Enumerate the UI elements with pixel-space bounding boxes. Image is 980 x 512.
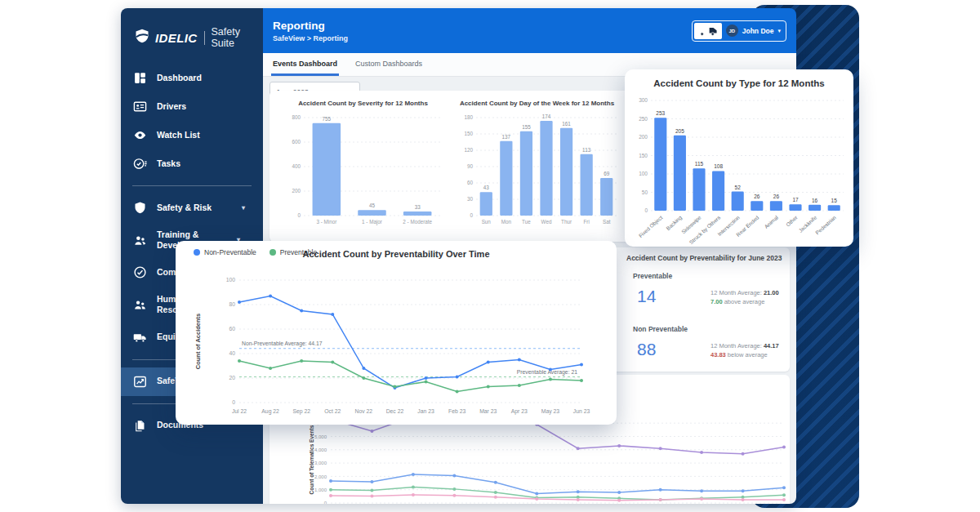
- shield-icon: [133, 201, 147, 215]
- svg-text:May 23: May 23: [541, 408, 560, 415]
- svg-text:43: 43: [483, 185, 490, 190]
- svg-text:Fri: Fri: [583, 219, 589, 225]
- sidebar-divider: [132, 185, 252, 186]
- sidebar-item-label: Dashboard: [157, 73, 232, 83]
- id-card-icon: [133, 100, 147, 114]
- sidebar-item-dashboard[interactable]: Dashboard: [121, 64, 263, 92]
- svg-text:253: 253: [656, 110, 665, 116]
- svg-text:52: 52: [735, 185, 742, 190]
- svg-text:0: 0: [232, 399, 235, 405]
- svg-text:40: 40: [229, 350, 235, 356]
- svg-text:69: 69: [604, 171, 610, 176]
- svg-text:4,000: 4,000: [314, 447, 327, 452]
- svg-text:1,000: 1,000: [314, 488, 327, 492]
- svg-text:0: 0: [297, 212, 301, 218]
- stat-label-non-preventable: Non Preventable: [633, 325, 688, 333]
- svg-text:30: 30: [467, 196, 474, 202]
- svg-text:Accident Count by Severity for: Accident Count by Severity for 12 Months: [298, 100, 428, 107]
- svg-text:108: 108: [714, 163, 723, 169]
- idelic-shield-logo-icon: [134, 28, 150, 47]
- svg-text:60: 60: [229, 326, 235, 332]
- svg-text:Count of Accidents: Count of Accidents: [194, 314, 202, 369]
- tab-custom-dashboards[interactable]: Custom Dashboards: [354, 53, 424, 76]
- tasks-icon: [133, 157, 147, 171]
- svg-text:250: 250: [639, 116, 648, 122]
- svg-text:15: 15: [831, 198, 838, 203]
- dashboard-icon: [133, 71, 147, 85]
- svg-text:Jul 22: Jul 22: [232, 408, 247, 414]
- svg-text:Pedestrian: Pedestrian: [814, 214, 837, 235]
- svg-text:174: 174: [542, 114, 551, 119]
- page-title: Reporting: [273, 20, 348, 32]
- svg-text:300: 300: [639, 97, 648, 103]
- svg-text:Mar 23: Mar 23: [479, 408, 497, 414]
- svg-text:Other: Other: [785, 214, 799, 228]
- svg-text:200: 200: [639, 134, 648, 140]
- svg-text:800: 800: [292, 114, 301, 120]
- summary-title: Accident Count by Preventability for Jun…: [626, 254, 782, 262]
- user-name: John Doe: [742, 27, 774, 35]
- svg-text:50: 50: [642, 189, 648, 195]
- sidebar-item-tasks[interactable]: Tasks: [121, 149, 263, 178]
- svg-text:Tue: Tue: [522, 219, 531, 225]
- eye-icon: [133, 128, 147, 142]
- svg-text:115: 115: [695, 161, 704, 167]
- svg-text:33: 33: [415, 204, 421, 210]
- svg-text:Aug 22: Aug 22: [261, 408, 279, 415]
- svg-text:0: 0: [324, 501, 327, 504]
- sidebar-item-label: Watch List: [157, 130, 232, 140]
- svg-text:80: 80: [229, 301, 235, 307]
- svg-text:1 - Major: 1 - Major: [362, 219, 382, 225]
- stat-label-preventable: Preventable: [633, 272, 672, 280]
- svg-text:Animal: Animal: [764, 214, 780, 229]
- svg-text:161: 161: [562, 121, 571, 127]
- compliance-icon: [133, 265, 147, 279]
- sidebar-item-watch-list[interactable]: Watch List: [121, 121, 263, 149]
- svg-text:45: 45: [369, 203, 376, 208]
- sidebar-item-safety-risk[interactable]: Safety & Risk▾: [121, 194, 263, 222]
- svg-text:16: 16: [812, 198, 818, 203]
- svg-text:Jun 23: Jun 23: [573, 408, 590, 414]
- breadcrumb: SafeView > Reporting: [273, 34, 348, 42]
- svg-text:Jan 23: Jan 23: [417, 408, 434, 414]
- svg-text:Sep 22: Sep 22: [292, 408, 310, 415]
- chevron-down-icon: ▾: [242, 204, 245, 212]
- svg-text:Preventable Average: 21: Preventable Average: 21: [517, 369, 578, 376]
- product-name: Safety Suite: [212, 26, 263, 49]
- svg-text:Sat: Sat: [603, 219, 611, 225]
- svg-text:Wed: Wed: [541, 219, 552, 225]
- svg-text:20: 20: [229, 375, 235, 381]
- brand-name: IDELIC: [155, 31, 198, 45]
- accident-type-bar-chart: 050100150200250300253Fixed Object205Back…: [625, 94, 853, 247]
- marketing-canvas: IDELIC Safety Suite DashboardDriversWatc…: [0, 0, 980, 512]
- svg-text:Sun: Sun: [482, 219, 492, 225]
- svg-text:150: 150: [464, 131, 473, 136]
- svg-text:Accident Count by Day of the W: Accident Count by Day of the Week for 12…: [460, 100, 615, 107]
- sidebar-item-drivers[interactable]: Drivers: [121, 92, 263, 121]
- svg-text:155: 155: [522, 124, 531, 130]
- company-logo: [694, 23, 722, 39]
- svg-text:26: 26: [773, 194, 780, 199]
- svg-text:Nov 22: Nov 22: [355, 408, 373, 414]
- sidebar-item-label: Safety & Risk: [157, 203, 232, 213]
- svg-text:Mon: Mon: [501, 219, 512, 225]
- svg-text:205: 205: [675, 128, 684, 134]
- svg-text:100: 100: [226, 277, 236, 283]
- chart-icon: [133, 375, 147, 389]
- stat-average-preventable: 12 Month Average: 21.007.00 above averag…: [710, 288, 779, 307]
- svg-text:100: 100: [639, 171, 648, 176]
- avatar: JD: [726, 24, 738, 37]
- tab-events-dashboard[interactable]: Events Dashboard: [271, 53, 339, 76]
- svg-text:5,000: 5,000: [314, 434, 327, 439]
- app-logo: IDELIC Safety Suite: [121, 8, 263, 64]
- truck-icon: [133, 331, 147, 345]
- svg-text:26: 26: [754, 194, 760, 199]
- svg-text:Feb 23: Feb 23: [448, 408, 466, 414]
- svg-text:120: 120: [464, 147, 473, 153]
- user-menu[interactable]: JD John Doe ▾: [692, 20, 786, 42]
- sidebar-item-label: Tasks: [157, 158, 232, 169]
- people-icon: [133, 298, 147, 312]
- svg-text:Fixed Object: Fixed Object: [638, 214, 665, 238]
- stat-average-non-preventable: 12 Month Average: 44.1743.83 below avera…: [710, 341, 779, 360]
- logo-divider: [204, 31, 205, 45]
